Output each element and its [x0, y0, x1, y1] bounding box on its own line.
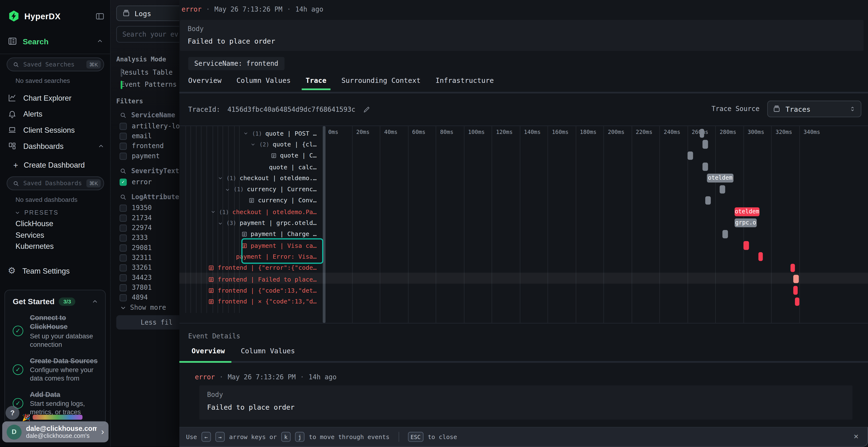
less-filters-button[interactable]: Less fil [116, 315, 179, 330]
filter-checkbox-row[interactable]: 19350 [120, 204, 152, 212]
get-started-header[interactable]: Get Started 3/3 [13, 297, 99, 306]
chevron-up-icon[interactable] [91, 298, 99, 305]
span-duration-bar[interactable] [795, 297, 799, 306]
search-icon[interactable] [120, 111, 127, 119]
tab-trace[interactable]: Trace [306, 75, 326, 90]
span-row[interactable]: frontend | Failed to place… [179, 274, 317, 285]
tab-infrastructure[interactable]: Infrastructure [435, 75, 494, 90]
event-details-tab-column-values[interactable]: Column Values [241, 347, 295, 355]
filter-checkbox-row[interactable]: artillery-loa [120, 122, 179, 130]
sidebar-item-alerts[interactable]: Alerts [8, 108, 105, 120]
collapse-sidebar-icon[interactable] [95, 11, 105, 21]
span-duration-bar[interactable] [703, 163, 708, 171]
span-row[interactable]: (1)checkout | oteldemo.… [179, 173, 317, 184]
checkbox-unchecked[interactable] [120, 224, 127, 232]
checkbox-unchecked[interactable] [120, 152, 127, 160]
event-details-tab-overview[interactable]: Overview [191, 347, 225, 355]
span-row[interactable]: currency | Conv… [179, 195, 317, 206]
span-duration-bar[interactable] [700, 129, 704, 138]
filter-checkbox-row[interactable]: ✓error [120, 178, 152, 186]
help-button[interactable]: ? [5, 406, 19, 419]
saved-searches-input[interactable]: Saved Searches ⌘K [7, 58, 104, 71]
filter-checkbox-row[interactable]: email [120, 132, 152, 140]
checkbox-unchecked[interactable] [120, 244, 127, 251]
saved-dashboards-input[interactable]: Saved Dashboards ⌘K [7, 176, 104, 190]
checkbox-unchecked[interactable] [120, 142, 127, 149]
search-section-header[interactable]: Search [8, 37, 103, 46]
checkbox-unchecked[interactable] [120, 274, 127, 281]
chevron-down-icon[interactable] [210, 209, 216, 215]
filter-checkbox-row[interactable]: 34423 [120, 274, 152, 281]
checkbox-unchecked[interactable] [120, 294, 127, 301]
trace-source-select[interactable]: Traces [767, 101, 861, 117]
span-row[interactable]: frontend | × {"code":13,"d… [179, 296, 317, 307]
span-duration-bar[interactable] [720, 185, 725, 194]
user-menu[interactable]: D dale@clickhouse.com dale@clickhouse.co… [2, 421, 108, 442]
analysis-mode-option-results-table[interactable]: Results Table [121, 69, 173, 76]
chevron-down-icon[interactable] [217, 220, 223, 226]
chevron-down-icon[interactable] [250, 142, 256, 147]
span-duration-bar[interactable] [705, 196, 711, 205]
search-icon[interactable] [120, 167, 127, 175]
waterfall-divider[interactable] [323, 126, 326, 323]
filter-checkbox-row[interactable]: 2333 [120, 234, 148, 242]
filter-checkbox-row[interactable]: 4894 [120, 294, 148, 301]
span-duration-bar[interactable] [793, 275, 799, 283]
presets-toggle[interactable]: PRESETS [14, 209, 59, 216]
edit-pencil-icon[interactable] [363, 106, 370, 113]
show-more-button[interactable]: Show more [120, 304, 166, 311]
filter-checkbox-row[interactable]: 37801 [120, 284, 152, 291]
span-row[interactable]: (2)quote | {cl… [179, 139, 317, 150]
tab-overview[interactable]: Overview [188, 75, 222, 90]
search-icon[interactable] [120, 193, 127, 200]
span-duration-bar[interactable] [688, 151, 693, 160]
filter-checkbox-row[interactable]: 32311 [120, 254, 152, 262]
filter-checkbox-row[interactable]: payment [120, 152, 160, 160]
span-duration-bar[interactable] [722, 230, 728, 238]
checkbox-unchecked[interactable] [120, 123, 127, 130]
checkbox-unchecked[interactable] [120, 133, 127, 140]
chevron-down-icon[interactable] [225, 187, 230, 192]
checkbox-unchecked[interactable] [120, 264, 127, 271]
span-row[interactable]: frontend | {"error":{"code… [179, 263, 317, 274]
span-row[interactable]: quote | calc… [179, 161, 317, 173]
checkbox-unchecked[interactable] [120, 284, 127, 291]
chevron-down-icon[interactable] [217, 176, 223, 181]
span-row[interactable]: frontend | {"code":13,"det… [179, 285, 317, 296]
close-panel-icon[interactable]: × [854, 433, 859, 441]
source-select[interactable]: Logs [116, 5, 179, 21]
span-row[interactable]: (1)checkout | oteldemo.Pa… [179, 206, 317, 218]
checkbox-unchecked[interactable] [120, 204, 127, 211]
sidebar-item-chart-explorer[interactable]: Chart Explorer [8, 92, 105, 104]
span-duration-bar[interactable]: oteldem [707, 174, 734, 182]
filter-checkbox-row[interactable]: 21734 [120, 214, 152, 222]
span-row[interactable]: (3)payment | grpc.oteld… [179, 217, 317, 229]
filter-checkbox-row[interactable]: 33261 [120, 264, 152, 271]
filter-checkbox-row[interactable]: frontend [120, 142, 164, 150]
create-dashboard-button[interactable]: + Create Dashboard [13, 161, 85, 170]
span-duration-bar[interactable] [790, 264, 795, 272]
analysis-mode-option-event-patterns[interactable]: Event Patterns [121, 81, 177, 89]
span-duration-bar[interactable] [758, 252, 763, 261]
preset-item-services[interactable]: Services [16, 231, 44, 239]
get-started-item[interactable]: ✓Connect to ClickHouseSet up your databa… [13, 314, 99, 349]
event-search-input[interactable]: Search your ev [116, 26, 179, 43]
span-duration-bar[interactable] [703, 140, 708, 149]
span-row[interactable]: quote | C… [179, 150, 317, 162]
checkbox-unchecked[interactable] [120, 234, 127, 241]
checkbox-checked[interactable]: ✓ [120, 178, 127, 185]
sidebar-item-client-sessions[interactable]: Client Sessions [8, 124, 105, 136]
tab-column-values[interactable]: Column Values [237, 75, 291, 90]
get-started-item[interactable]: ✓Add DataStart sending logs, metrics, or… [13, 390, 99, 416]
span-duration-bar[interactable]: grpc.o [735, 219, 757, 227]
span-row[interactable]: (1)currency | Currenc… [179, 184, 317, 195]
span-duration-bar[interactable] [743, 241, 749, 250]
span-duration-bar[interactable]: oteldem [735, 207, 760, 216]
checkbox-unchecked[interactable] [120, 214, 127, 221]
sidebar-item-dashboards[interactable]: Dashboards [8, 140, 105, 152]
chevron-down-icon[interactable] [243, 131, 249, 136]
checkbox-unchecked[interactable] [120, 254, 127, 261]
span-duration-bar[interactable] [793, 286, 798, 295]
get-started-item[interactable]: ✓Create Data SourcesConfigure where your… [13, 356, 99, 382]
team-settings-link[interactable]: ⚙ Team Settings [8, 267, 70, 276]
